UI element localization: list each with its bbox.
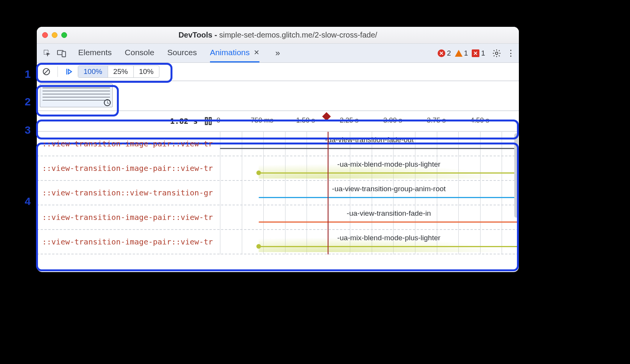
zoom-icon[interactable]: [61, 32, 67, 38]
animation-bar[interactable]: [259, 221, 519, 223]
animation-bar[interactable]: [259, 246, 519, 247]
keyframe-dot[interactable]: [256, 171, 261, 175]
title-prefix: DevTools -: [179, 31, 219, 39]
ruler-tick: 3.00 s: [383, 116, 402, 125]
track-timeline[interactable]: -ua-mix-blend-mode-plus-lighter: [220, 230, 519, 254]
titlebar: DevTools - simple-set-demos.glitch.me/2-…: [37, 27, 519, 44]
kebab-icon[interactable]: ⋮: [507, 48, 515, 58]
playhead-line[interactable]: [328, 132, 328, 254]
animation-bar[interactable]: [220, 148, 519, 149]
track-row[interactable]: ::view-transition-image-pair::view-tr-ua…: [37, 205, 519, 230]
error-count[interactable]: ✕2: [438, 49, 451, 57]
animation-group-thumbnail[interactable]: [40, 84, 113, 107]
svg-rect-8: [209, 118, 211, 125]
tab-elements[interactable]: Elements: [78, 44, 112, 62]
animation-name: -ua-view-transition-fade-in: [347, 209, 431, 218]
pause-indicator-icon[interactable]: [205, 117, 212, 125]
ruler-tick: 2.25 s: [340, 116, 359, 125]
controls-row: 100% 25% 10%: [37, 63, 519, 81]
track-row[interactable]: ::view-transition-image-pair::view-tr-ua…: [37, 132, 519, 156]
track-selector[interactable]: ::view-transition::view-transition-gr: [37, 181, 220, 205]
buffer-row: [37, 81, 519, 111]
track-selector[interactable]: ::view-transition-image-pair::view-tr: [37, 230, 220, 254]
ruler-tick: 3.75 s: [427, 116, 446, 125]
track-timeline[interactable]: -ua-view-transition-fade-out: [220, 132, 519, 156]
close-tab-icon[interactable]: ✕: [254, 48, 259, 57]
track-row[interactable]: ::view-transition::view-transition-gr-ua…: [37, 181, 519, 205]
animation-name: -ua-mix-blend-mode-plus-lighter: [337, 160, 440, 169]
callout-4: 4: [19, 195, 31, 208]
track-row[interactable]: ::view-transition-image-pair::view-tr-ua…: [37, 230, 519, 254]
current-time: 1.82 s: [170, 116, 198, 126]
window-title: DevTools - simple-set-demos.glitch.me/2-…: [37, 31, 519, 39]
gear-icon[interactable]: [492, 49, 501, 58]
minimize-icon[interactable]: [52, 32, 57, 38]
tab-console[interactable]: Console: [125, 44, 154, 62]
track-timeline[interactable]: -ua-view-transition-fade-in: [220, 205, 519, 229]
inspect-icon[interactable]: [41, 47, 54, 60]
ruler-tick: 750 ms: [251, 116, 273, 125]
track-timeline[interactable]: -ua-view-transition-group-anim-root: [220, 181, 519, 205]
svg-line-5: [44, 70, 49, 74]
clock-icon: [104, 99, 111, 106]
speed-10[interactable]: 10%: [133, 66, 159, 77]
tabstrip: Elements Console Sources Animations ✕ » …: [37, 44, 519, 63]
track-selector[interactable]: ::view-transition-image-pair::view-tr: [37, 205, 220, 229]
track-timeline[interactable]: -ua-mix-blend-mode-plus-lighter: [220, 156, 519, 180]
animation-bar[interactable]: [259, 197, 519, 198]
more-tabs-icon[interactable]: »: [276, 48, 280, 58]
device-toggle-icon[interactable]: [55, 47, 68, 60]
tab-animations[interactable]: Animations ✕: [210, 44, 259, 62]
animation-name: -ua-view-transition-fade-out: [325, 136, 413, 144]
timeline-ruler[interactable]: 1.82 s 0750 ms1.50 s2.25 s3.00 s3.75 s4.…: [37, 111, 519, 132]
speed-25[interactable]: 25%: [108, 66, 133, 77]
keyframe-dot[interactable]: [256, 244, 261, 249]
callout-2: 2: [19, 96, 31, 108]
pause-resume-icon[interactable]: [62, 65, 75, 78]
track-row[interactable]: ::view-transition-image-pair::view-tr-ua…: [37, 156, 519, 181]
svg-rect-2: [62, 51, 66, 57]
speed-buttons: 100% 25% 10%: [78, 66, 159, 78]
clear-icon[interactable]: [40, 65, 53, 78]
devtools-window: DevTools - simple-set-demos.glitch.me/2-…: [37, 27, 519, 272]
animation-name: -ua-view-transition-group-anim-root: [332, 185, 446, 193]
ruler-tick: 1.50 s: [296, 116, 315, 125]
close-icon[interactable]: [42, 32, 48, 38]
speed-100[interactable]: 100%: [78, 66, 108, 77]
svg-point-3: [495, 52, 498, 54]
callout-3: 3: [19, 124, 31, 136]
animation-name: -ua-mix-blend-mode-plus-lighter: [337, 234, 440, 242]
title-url: simple-set-demos.glitch.me/2-slow-cross-…: [219, 31, 377, 39]
track-selector[interactable]: ::view-transition-image-pair::view-tr: [37, 156, 220, 180]
scrollbar-vertical[interactable]: [514, 133, 518, 218]
svg-rect-7: [205, 118, 207, 125]
traffic-lights: [42, 32, 67, 38]
track-selector[interactable]: ::view-transition-image-pair::view-tr: [37, 132, 220, 156]
scrubber-diamond[interactable]: [322, 112, 331, 121]
issue-count[interactable]: ✕1: [472, 49, 485, 57]
callout-1: 1: [19, 68, 31, 80]
ruler-tick: 4.50 s: [471, 116, 489, 125]
animation-bar[interactable]: [259, 172, 519, 174]
ruler-tick: 0: [217, 116, 220, 125]
warning-count[interactable]: 1: [455, 49, 468, 57]
status-counters[interactable]: ✕2 1 ✕1: [438, 49, 485, 57]
tab-sources[interactable]: Sources: [167, 44, 197, 62]
tracks-area: ::view-transition-image-pair::view-tr-ua…: [37, 132, 519, 254]
